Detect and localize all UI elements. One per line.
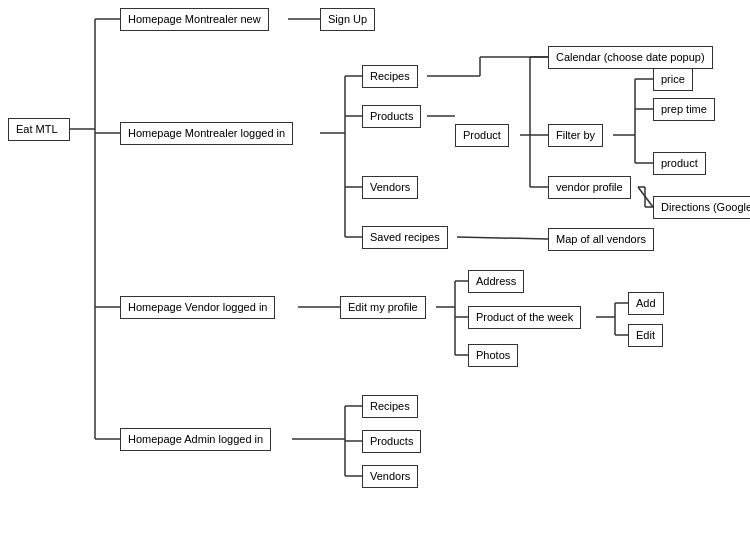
products-admin-node: Products [362,430,421,453]
vendors-node: Vendors [362,176,418,199]
price-label: price [661,73,685,85]
product-label: Product [463,129,501,141]
edit-my-profile-node: Edit my profile [340,296,426,319]
products-admin-label: Products [370,435,413,447]
homepage-montrealer-logged-label: Homepage Montrealer logged in [128,127,285,139]
prep-time-label: prep time [661,103,707,115]
product-node: Product [455,124,509,147]
homepage-vendor-logged-node: Homepage Vendor logged in [120,296,275,319]
add-label: Add [636,297,656,309]
products-logged-label: Products [370,110,413,122]
product-filter-label: product [661,157,698,169]
prep-time-node: prep time [653,98,715,121]
saved-recipes-node: Saved recipes [362,226,448,249]
product-filter-node: product [653,152,706,175]
edit-node: Edit [628,324,663,347]
homepage-admin-logged-label: Homepage Admin logged in [128,433,263,445]
homepage-montrealer-new-node: Homepage Montrealer new [120,8,269,31]
filter-by-label: Filter by [556,129,595,141]
recipes-admin-node: Recipes [362,395,418,418]
saved-recipes-label: Saved recipes [370,231,440,243]
sign-up-node: Sign Up [320,8,375,31]
edit-my-profile-label: Edit my profile [348,301,418,313]
homepage-montrealer-logged-node: Homepage Montrealer logged in [120,122,293,145]
calendar-label: Calendar (choose date popup) [556,51,705,63]
edit-label: Edit [636,329,655,341]
address-node: Address [468,270,524,293]
recipes-node: Recipes [362,65,418,88]
vendors-admin-label: Vendors [370,470,410,482]
vendors-label: Vendors [370,181,410,193]
homepage-vendor-logged-label: Homepage Vendor logged in [128,301,267,313]
address-label: Address [476,275,516,287]
vendors-admin-node: Vendors [362,465,418,488]
directions-node: Directions (Google) [653,196,750,219]
filter-by-node: Filter by [548,124,603,147]
map-all-vendors-label: Map of all vendors [556,233,646,245]
sign-up-label: Sign Up [328,13,367,25]
photos-label: Photos [476,349,510,361]
recipes-admin-label: Recipes [370,400,410,412]
photos-node: Photos [468,344,518,367]
add-node: Add [628,292,664,315]
price-node: price [653,68,693,91]
products-logged-node: Products [362,105,421,128]
vendor-profile-node: vendor profile [548,176,631,199]
map-all-vendors-node: Map of all vendors [548,228,654,251]
svg-line-31 [457,237,548,239]
eat-mtl-label: Eat MTL [16,123,58,135]
recipes-label: Recipes [370,70,410,82]
homepage-admin-logged-node: Homepage Admin logged in [120,428,271,451]
calendar-node: Calendar (choose date popup) [548,46,713,69]
product-of-week-label: Product of the week [476,311,573,323]
vendor-profile-label: vendor profile [556,181,623,193]
eat-mtl-node: Eat MTL [8,118,70,141]
homepage-montrealer-new-label: Homepage Montrealer new [128,13,261,25]
product-of-week-node: Product of the week [468,306,581,329]
directions-label: Directions (Google) [661,201,750,213]
